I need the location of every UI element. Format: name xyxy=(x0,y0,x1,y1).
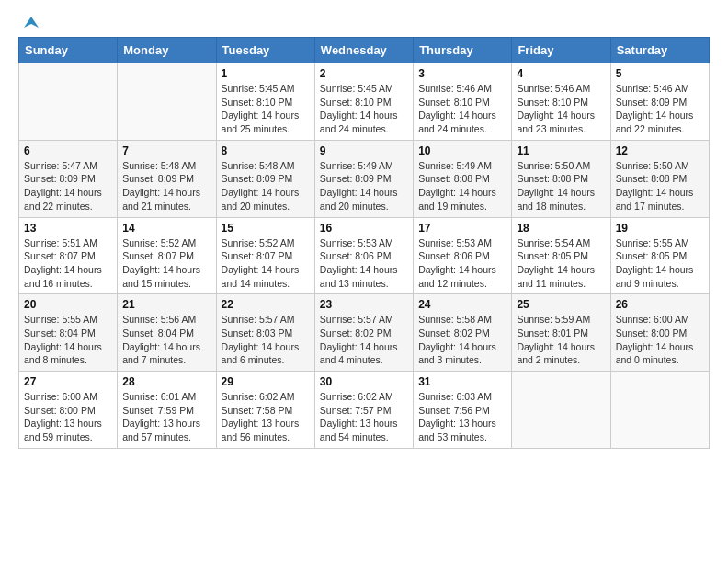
day-number: 5 xyxy=(616,67,704,80)
calendar-cell: 5Sunrise: 5:46 AM Sunset: 8:09 PM Daylig… xyxy=(610,63,709,141)
day-info: Sunrise: 6:00 AM Sunset: 8:00 PM Dayligh… xyxy=(24,390,112,444)
day-number: 27 xyxy=(24,375,112,388)
day-number: 25 xyxy=(517,298,605,311)
calendar-cell xyxy=(512,372,610,449)
day-info: Sunrise: 5:57 AM Sunset: 8:02 PM Dayligh… xyxy=(320,313,408,367)
col-header-saturday: Saturday xyxy=(610,38,709,63)
day-number: 28 xyxy=(122,375,210,388)
day-number: 14 xyxy=(122,222,210,235)
calendar-cell: 18Sunrise: 5:54 AM Sunset: 8:05 PM Dayli… xyxy=(512,217,610,294)
day-number: 13 xyxy=(24,222,112,235)
calendar-cell: 4Sunrise: 5:46 AM Sunset: 8:10 PM Daylig… xyxy=(512,63,610,141)
day-info: Sunrise: 5:47 AM Sunset: 8:09 PM Dayligh… xyxy=(24,159,112,213)
day-info: Sunrise: 5:53 AM Sunset: 8:06 PM Dayligh… xyxy=(320,236,408,291)
day-info: Sunrise: 5:55 AM Sunset: 8:04 PM Dayligh… xyxy=(24,313,112,367)
day-info: Sunrise: 6:02 AM Sunset: 7:58 PM Dayligh… xyxy=(222,390,310,444)
day-info: Sunrise: 5:53 AM Sunset: 8:06 PM Dayligh… xyxy=(418,236,506,291)
day-info: Sunrise: 5:49 AM Sunset: 8:08 PM Dayligh… xyxy=(418,159,506,213)
calendar-cell: 29Sunrise: 6:02 AM Sunset: 7:58 PM Dayli… xyxy=(216,372,314,449)
day-info: Sunrise: 5:50 AM Sunset: 8:08 PM Dayligh… xyxy=(616,159,704,213)
day-info: Sunrise: 5:51 AM Sunset: 8:07 PM Dayligh… xyxy=(24,236,112,291)
day-number: 20 xyxy=(24,298,112,311)
day-number: 15 xyxy=(222,222,310,235)
day-number: 30 xyxy=(320,375,408,388)
calendar-week-4: 20Sunrise: 5:55 AM Sunset: 8:04 PM Dayli… xyxy=(19,294,710,372)
calendar-cell: 23Sunrise: 5:57 AM Sunset: 8:02 PM Dayli… xyxy=(314,294,413,372)
day-number: 1 xyxy=(222,67,310,80)
day-number: 2 xyxy=(320,67,408,80)
calendar-cell: 16Sunrise: 5:53 AM Sunset: 8:06 PM Dayli… xyxy=(314,217,413,294)
col-header-sunday: Sunday xyxy=(19,38,118,63)
day-info: Sunrise: 5:52 AM Sunset: 8:07 PM Dayligh… xyxy=(222,236,310,291)
day-info: Sunrise: 5:59 AM Sunset: 8:01 PM Dayligh… xyxy=(517,313,605,367)
day-info: Sunrise: 5:52 AM Sunset: 8:07 PM Dayligh… xyxy=(122,236,210,291)
calendar-week-3: 13Sunrise: 5:51 AM Sunset: 8:07 PM Dayli… xyxy=(19,217,710,294)
day-info: Sunrise: 5:54 AM Sunset: 8:05 PM Dayligh… xyxy=(517,236,605,291)
calendar-cell: 12Sunrise: 5:50 AM Sunset: 8:08 PM Dayli… xyxy=(610,140,709,217)
calendar-cell: 17Sunrise: 5:53 AM Sunset: 8:06 PM Dayli… xyxy=(414,217,512,294)
calendar-cell: 26Sunrise: 6:00 AM Sunset: 8:00 PM Dayli… xyxy=(610,294,709,372)
calendar-cell: 22Sunrise: 5:57 AM Sunset: 8:03 PM Dayli… xyxy=(216,294,314,372)
calendar-cell: 8Sunrise: 5:48 AM Sunset: 8:09 PM Daylig… xyxy=(216,140,314,217)
calendar-cell xyxy=(610,372,709,449)
day-number: 18 xyxy=(517,222,605,235)
day-info: Sunrise: 5:58 AM Sunset: 8:02 PM Dayligh… xyxy=(418,313,506,367)
day-info: Sunrise: 6:03 AM Sunset: 7:56 PM Dayligh… xyxy=(418,390,506,444)
col-header-monday: Monday xyxy=(118,38,216,63)
calendar-cell: 9Sunrise: 5:49 AM Sunset: 8:09 PM Daylig… xyxy=(314,140,413,217)
calendar-cell: 3Sunrise: 5:46 AM Sunset: 8:10 PM Daylig… xyxy=(414,63,512,141)
day-number: 24 xyxy=(418,298,506,311)
calendar-week-2: 6Sunrise: 5:47 AM Sunset: 8:09 PM Daylig… xyxy=(19,140,710,217)
calendar-cell xyxy=(19,63,118,141)
calendar-cell: 15Sunrise: 5:52 AM Sunset: 8:07 PM Dayli… xyxy=(216,217,314,294)
day-info: Sunrise: 5:55 AM Sunset: 8:05 PM Dayligh… xyxy=(616,236,704,291)
col-header-tuesday: Tuesday xyxy=(216,38,314,63)
day-info: Sunrise: 6:02 AM Sunset: 7:57 PM Dayligh… xyxy=(320,390,408,444)
calendar-cell: 14Sunrise: 5:52 AM Sunset: 8:07 PM Dayli… xyxy=(118,217,216,294)
calendar-cell: 21Sunrise: 5:56 AM Sunset: 8:04 PM Dayli… xyxy=(118,294,216,372)
day-info: Sunrise: 5:46 AM Sunset: 8:09 PM Dayligh… xyxy=(616,82,704,136)
day-number: 6 xyxy=(24,144,112,157)
day-number: 11 xyxy=(517,144,605,157)
day-number: 12 xyxy=(616,144,704,157)
calendar-week-5: 27Sunrise: 6:00 AM Sunset: 8:00 PM Dayli… xyxy=(19,372,710,449)
day-info: Sunrise: 5:56 AM Sunset: 8:04 PM Dayligh… xyxy=(122,313,210,367)
calendar-cell: 28Sunrise: 6:01 AM Sunset: 7:59 PM Dayli… xyxy=(118,372,216,449)
day-info: Sunrise: 5:57 AM Sunset: 8:03 PM Dayligh… xyxy=(222,313,310,367)
svg-marker-0 xyxy=(24,17,39,28)
day-number: 4 xyxy=(517,67,605,80)
day-info: Sunrise: 5:46 AM Sunset: 8:10 PM Dayligh… xyxy=(517,82,605,136)
day-number: 22 xyxy=(222,298,310,311)
day-info: Sunrise: 5:48 AM Sunset: 8:09 PM Dayligh… xyxy=(122,159,210,213)
day-number: 10 xyxy=(418,144,506,157)
col-header-friday: Friday xyxy=(512,38,610,63)
calendar-cell: 20Sunrise: 5:55 AM Sunset: 8:04 PM Dayli… xyxy=(19,294,118,372)
day-info: Sunrise: 5:50 AM Sunset: 8:08 PM Dayligh… xyxy=(517,159,605,213)
calendar-cell: 30Sunrise: 6:02 AM Sunset: 7:57 PM Dayli… xyxy=(314,372,413,449)
calendar-cell: 31Sunrise: 6:03 AM Sunset: 7:56 PM Dayli… xyxy=(414,372,512,449)
day-number: 17 xyxy=(418,222,506,235)
calendar-cell: 2Sunrise: 5:45 AM Sunset: 8:10 PM Daylig… xyxy=(314,63,413,141)
day-number: 19 xyxy=(616,222,704,235)
logo-bird-icon xyxy=(20,15,40,29)
calendar-cell: 1Sunrise: 5:45 AM Sunset: 8:10 PM Daylig… xyxy=(216,63,314,141)
day-number: 16 xyxy=(320,222,408,235)
day-number: 21 xyxy=(122,298,210,311)
day-info: Sunrise: 5:45 AM Sunset: 8:10 PM Dayligh… xyxy=(320,82,408,136)
calendar-cell: 13Sunrise: 5:51 AM Sunset: 8:07 PM Dayli… xyxy=(19,217,118,294)
calendar-cell: 6Sunrise: 5:47 AM Sunset: 8:09 PM Daylig… xyxy=(19,140,118,217)
day-number: 31 xyxy=(418,375,506,388)
day-number: 7 xyxy=(122,144,210,157)
day-info: Sunrise: 5:45 AM Sunset: 8:10 PM Dayligh… xyxy=(222,82,310,136)
col-header-thursday: Thursday xyxy=(414,38,512,63)
day-number: 3 xyxy=(418,67,506,80)
calendar-cell: 7Sunrise: 5:48 AM Sunset: 8:09 PM Daylig… xyxy=(118,140,216,217)
day-number: 26 xyxy=(616,298,704,311)
day-number: 23 xyxy=(320,298,408,311)
calendar-cell: 11Sunrise: 5:50 AM Sunset: 8:08 PM Dayli… xyxy=(512,140,610,217)
day-info: Sunrise: 6:01 AM Sunset: 7:59 PM Dayligh… xyxy=(122,390,210,444)
calendar-cell: 27Sunrise: 6:00 AM Sunset: 8:00 PM Dayli… xyxy=(19,372,118,449)
calendar-cell: 19Sunrise: 5:55 AM Sunset: 8:05 PM Dayli… xyxy=(610,217,709,294)
logo xyxy=(18,15,40,29)
day-info: Sunrise: 5:49 AM Sunset: 8:09 PM Dayligh… xyxy=(320,159,408,213)
